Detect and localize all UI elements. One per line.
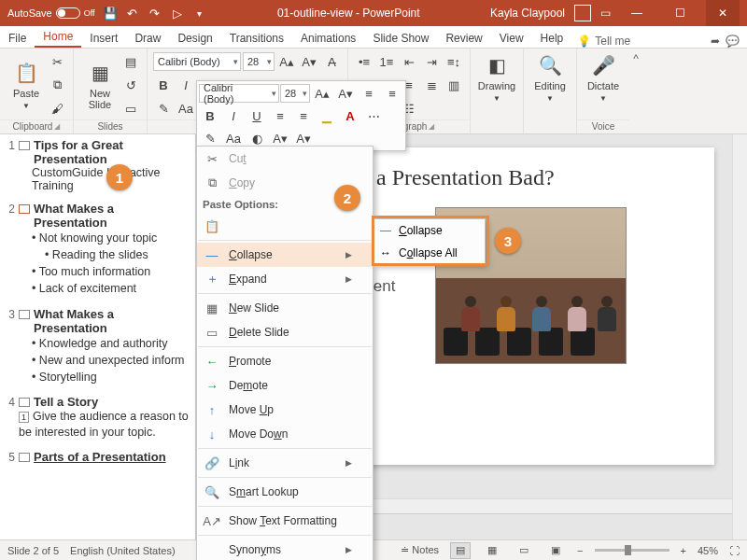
normal-view-icon[interactable]: ▤ [450,542,471,559]
zoom-slider[interactable] [595,549,669,552]
outline-bullet[interactable]: Reading the slides [45,246,190,263]
notes-button[interactable]: ≐ Notes [401,544,439,556]
menu-demote[interactable]: →Demote [197,373,373,398]
editing-button[interactable]: 🔍 Editing ▼ [529,51,571,105]
line-spacing-icon[interactable]: ≡↕ [444,51,464,72]
tab-transitions[interactable]: Transitions [221,29,292,48]
menu-new-slide[interactable]: ▦New Slide [197,296,373,320]
tab-help[interactable]: Help [532,29,572,48]
menu-expand[interactable]: ＋Expand▶ [197,267,373,291]
qat-more-icon[interactable]: ▾ [192,6,207,21]
font-size-combo[interactable]: 28 [243,52,275,71]
numbering-icon[interactable]: 1≡ [376,51,397,72]
maximize-button[interactable]: ☐ [663,0,697,26]
new-slide-button[interactable]: ▦ New Slide [79,51,120,119]
grow-font-icon[interactable]: A▴ [311,83,333,104]
zoom-out-icon[interactable]: − [577,545,583,556]
menu-promote[interactable]: ←Promote [197,349,373,373]
save-icon[interactable]: 💾 [103,6,118,21]
italic-icon[interactable]: I [222,105,245,126]
layout-icon[interactable]: ▤ [120,51,141,72]
text-effects-icon[interactable]: ✎ [153,98,174,119]
align-icon[interactable]: ≡ [269,105,291,126]
redo-icon[interactable]: ↷ [148,6,162,21]
menu-move-up[interactable]: ↑Move Up [197,398,373,422]
menu-link[interactable]: 🔗Link▶ [197,451,373,475]
bullets-icon[interactable]: •≡ [354,51,374,72]
vertical-scrollbar[interactable] [732,134,747,539]
font-name-combo[interactable]: Calibri (Body) [153,52,241,71]
cut-icon[interactable]: ✂ [47,51,67,72]
bold-icon[interactable]: B [153,75,174,95]
menu-delete-slide[interactable]: ▭Delete Slide [197,320,373,344]
slide-marker-icon[interactable] [19,204,30,214]
tab-insert[interactable]: Insert [81,29,126,48]
shrink-font-icon[interactable]: A▾ [334,83,357,104]
menu-collapse[interactable]: —Collapse▶ [197,243,373,267]
tab-view[interactable]: View [491,29,532,48]
outline-bullet[interactable]: Lack of excitement [32,280,190,297]
change-case-icon[interactable]: Aa [176,98,196,119]
autosave-toggle[interactable]: AutoSave Off [7,7,95,19]
outline-body[interactable]: 1Give the audience a reason to be intere… [19,409,190,441]
dialog-launcher-icon[interactable]: ◢ [429,122,434,131]
fit-to-window-icon[interactable]: ⛶ [729,545,740,556]
outline-bullet[interactable]: Knowledge and authority [32,335,190,352]
menu-paste-option[interactable]: 📋 [197,214,373,238]
grow-font-icon[interactable]: A▴ [276,51,297,72]
dialog-launcher-icon[interactable]: ◢ [54,122,60,131]
comments-icon[interactable]: 💬 [726,35,740,48]
submenu-collapse[interactable]: —Collapse [374,219,485,242]
tab-design[interactable]: Design [169,29,220,48]
reset-icon[interactable]: ↺ [120,75,141,95]
section-icon[interactable]: ▭ [120,98,141,119]
bold-icon[interactable]: B [199,105,221,126]
slide-title[interactable]: Parts of a Presentation [34,450,190,464]
outline-slide[interactable]: 4 Tell a Story 1Give the audience a reas… [2,395,190,441]
font-color-icon[interactable]: A [339,105,361,126]
indent-increase-icon[interactable]: ⇥ [421,51,442,72]
account-icon[interactable] [574,5,591,21]
tab-review[interactable]: Review [437,29,490,48]
tab-slideshow[interactable]: Slide Show [364,29,437,48]
slide-title[interactable]: What Makes a Presentation [34,202,190,230]
tell-me-search[interactable]: 💡 Tell me [571,35,636,48]
slide-marker-icon[interactable] [19,310,30,319]
justify-icon[interactable]: ≣ [421,75,442,95]
share-icon[interactable]: ➦ [711,35,720,48]
more-icon[interactable]: ⋯ [362,105,385,126]
slide-marker-icon[interactable] [19,453,30,462]
slide-sorter-view-icon[interactable]: ▦ [482,542,502,559]
outline-bullet[interactable]: New and unexpected inform [32,352,190,369]
slideshow-view-icon[interactable]: ▣ [545,542,566,559]
menu-show-text-formatting[interactable]: A↗Show Text Formatting [197,509,373,533]
reading-view-icon[interactable]: ▭ [514,542,534,559]
menu-move-down[interactable]: ↓Move Down [197,422,373,446]
outline-bullet[interactable]: Too much information [32,263,190,280]
language-indicator[interactable]: English (United States) [70,545,176,556]
close-button[interactable]: ✕ [706,0,740,26]
clear-formatting-icon[interactable]: A̶ [321,51,342,72]
menu-smart-lookup[interactable]: 🔍Smart Lookup [197,480,373,504]
italic-icon[interactable]: I [176,75,196,95]
outline-slide[interactable]: 2 What Makes a Presentation Not knowing … [2,202,190,298]
zoom-level[interactable]: 45% [698,545,718,556]
menu-synonyms[interactable]: Synonyms▶ [197,538,373,560]
tab-home[interactable]: Home [35,27,81,48]
tab-animations[interactable]: Animations [292,29,364,48]
underline-icon[interactable]: U [246,105,268,126]
menu-cut[interactable]: ✂Cut [197,147,373,171]
slide-title[interactable]: Tips for a Great Presentation [34,138,190,166]
zoom-in-icon[interactable]: + [681,545,686,556]
collapse-ribbon-icon[interactable]: ^ [629,49,642,133]
submenu-collapse-all[interactable]: ↔Collapse All [374,242,485,264]
format-painter-icon[interactable]: 🖌 [47,98,67,119]
outline-bullet[interactable]: Storytelling [32,369,190,385]
slide-marker-icon[interactable] [19,141,30,150]
numbering-icon[interactable]: ≡ [381,83,403,104]
start-from-beginning-icon[interactable]: ▷ [170,6,185,21]
slide-title[interactable]: What Makes a Presentation [34,307,190,335]
mini-font-size[interactable]: 28 [280,84,310,103]
tab-file[interactable]: File [0,29,35,48]
slide-marker-icon[interactable] [19,398,30,407]
